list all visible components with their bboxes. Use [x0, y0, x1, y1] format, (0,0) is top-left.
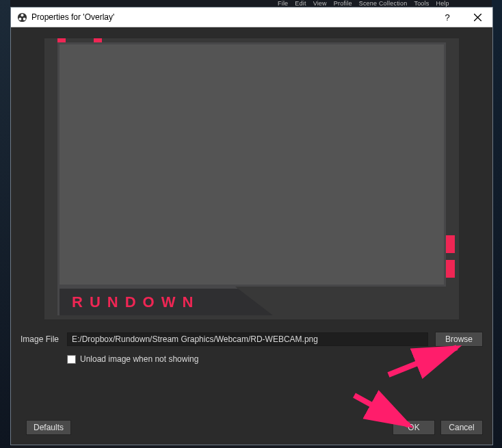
overlay-graphic: RUNDOWN — [44, 38, 459, 319]
browse-button[interactable]: Browse — [435, 332, 483, 347]
image-file-row: Image File Browse — [21, 332, 483, 347]
properties-dialog: Properties for 'Overlay' ? RUNDOWN — [10, 7, 493, 445]
unload-checkbox[interactable] — [67, 355, 76, 364]
svg-point-4 — [21, 16, 23, 18]
svg-point-3 — [23, 17, 25, 20]
dialog-body: RUNDOWN Image File Browse Unload image w… — [11, 27, 492, 445]
ok-button[interactable]: OK — [393, 420, 435, 435]
image-file-label: Image File — [21, 334, 67, 344]
background-menubar: File Edit View Profile Scene Collection … — [278, 0, 449, 7]
svg-point-2 — [18, 17, 21, 20]
background-right-strip — [492, 0, 502, 448]
unload-checkbox-row[interactable]: Unload image when not showing — [67, 352, 483, 366]
overlay-brand-text: RUNDOWN — [72, 293, 200, 311]
titlebar[interactable]: Properties for 'Overlay' ? — [11, 8, 492, 27]
accent-bar — [446, 260, 455, 278]
defaults-button[interactable]: Defaults — [26, 420, 71, 435]
window-title: Properties for 'Overlay' — [31, 12, 114, 22]
app-icon — [16, 12, 27, 23]
dialog-button-bar: Defaults OK Cancel — [21, 420, 483, 435]
image-preview: RUNDOWN — [44, 38, 459, 319]
close-icon — [474, 14, 481, 21]
cancel-button[interactable]: Cancel — [440, 420, 483, 435]
close-button[interactable] — [462, 8, 492, 27]
help-button[interactable]: ? — [432, 8, 462, 27]
overlay-brand-plate: RUNDOWN — [57, 287, 273, 315]
accent-bar — [446, 235, 455, 253]
overlay-window — [57, 42, 446, 287]
background-left-strip — [0, 0, 10, 448]
svg-point-1 — [21, 14, 23, 16]
image-file-input[interactable] — [67, 332, 428, 346]
unload-checkbox-label: Unload image when not showing — [80, 354, 198, 364]
